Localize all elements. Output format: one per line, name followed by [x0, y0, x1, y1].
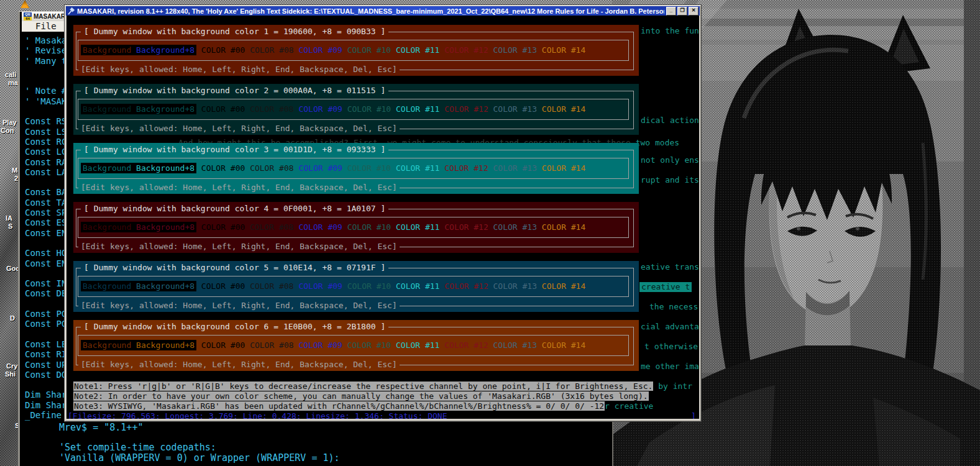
- palette-entry[interactable]: COLOR #13: [493, 340, 537, 350]
- palette-entry[interactable]: COLOR #12: [444, 45, 488, 55]
- palette-entry[interactable]: COLOR #14: [542, 281, 585, 291]
- status-bar: [Filesize: 796,563; Longest: 3,769; Line…: [68, 411, 447, 419]
- palette-entry[interactable]: COLOR #00: [201, 104, 245, 114]
- palette-entry[interactable]: COLOR #00: [201, 222, 245, 232]
- palette-entry[interactable]: COLOR #13: [493, 281, 537, 291]
- dummy-window-title: [ Dummy window with background color 6 =…: [81, 322, 388, 332]
- palette-entry[interactable]: COLOR #00: [201, 281, 245, 291]
- minimize-button[interactable]: _: [666, 7, 676, 16]
- masakari-titlebar[interactable]: MASAKARI, revision 8.1++ 128x40, The 'Ho…: [66, 6, 700, 16]
- palette-entry[interactable]: COLOR #00: [201, 163, 245, 173]
- desktop-icon-label[interactable]: S: [8, 222, 12, 230]
- desktop-icon-label[interactable]: Cry: [6, 362, 17, 370]
- palette-entry[interactable]: COLOR #14: [542, 163, 585, 173]
- desktop-icon-label[interactable]: ma: [8, 79, 18, 86]
- palette-entry[interactable]: COLOR #09: [298, 222, 342, 232]
- palette-entry[interactable]: COLOR #08: [250, 340, 293, 350]
- desktop-icon-label[interactable]: Play: [2, 119, 17, 126]
- menu-file[interactable]: File: [35, 21, 57, 31]
- menu-bar: File: [22, 21, 66, 32]
- palette-entry[interactable]: COLOR #08: [250, 104, 293, 114]
- palette-entry[interactable]: COLOR #11: [396, 104, 439, 114]
- palette-entry[interactable]: COLOR #13: [493, 222, 537, 232]
- palette-entry[interactable]: COLOR #09: [298, 104, 342, 114]
- palette-entry[interactable]: COLOR #00: [201, 45, 245, 55]
- background-chip[interactable]: Background Background+8: [81, 222, 196, 232]
- palette-entry[interactable]: COLOR #11: [396, 281, 439, 291]
- desktop-icon-label[interactable]: cali: [5, 71, 16, 78]
- palette-entry[interactable]: COLOR #13: [493, 104, 537, 114]
- desktop-icon-label[interactable]: D: [10, 314, 15, 322]
- background-chip[interactable]: Background Background+8: [81, 45, 196, 55]
- background-plus8-label: Background+8: [136, 104, 195, 114]
- note-row-3: Note3: WYSIWYG, 'Masakari.RGB' has been …: [73, 401, 653, 411]
- edit-keys-label: [Edit keys, allowed: Home, Left, Right, …: [78, 183, 400, 193]
- palette-entry[interactable]: COLOR #08: [250, 163, 293, 173]
- close-button[interactable]: ✕: [689, 7, 698, 16]
- edit-keys-label: [Edit keys, allowed: Home, Left, Right, …: [78, 301, 400, 311]
- palette-row[interactable]: Background Background+8 COLOR #00 COLOR …: [78, 335, 629, 356]
- reader-fragment: into the fun: [641, 26, 699, 36]
- palette-entry[interactable]: COLOR #09: [298, 281, 342, 291]
- dummy-window-2: [ Dummy window with background color 2 =…: [73, 84, 639, 135]
- palette-entry[interactable]: COLOR #08: [250, 281, 293, 291]
- note-text: Note2: In order to have your own color s…: [73, 391, 649, 401]
- palette-entry[interactable]: COLOR #10: [347, 163, 391, 173]
- background-text-highlight: two modes: [636, 138, 679, 147]
- palette-entry[interactable]: COLOR #10: [347, 340, 391, 350]
- background-chip[interactable]: Background Background+8: [81, 340, 196, 350]
- palette-entry[interactable]: COLOR #11: [396, 163, 439, 173]
- dummy-window-title: [ Dummy window with background color 3 =…: [81, 145, 388, 155]
- palette-entry[interactable]: COLOR #13: [493, 45, 537, 55]
- palette-row[interactable]: Background Background+8 COLOR #00 COLOR …: [78, 99, 629, 120]
- edit-keys-row: [Edit keys, allowed: Home, Left, Right, …: [73, 124, 639, 134]
- palette-entry[interactable]: COLOR #12: [444, 222, 488, 232]
- palette-row[interactable]: Background Background+8 COLOR #00 COLOR …: [78, 217, 629, 238]
- palette-entry[interactable]: COLOR #09: [298, 340, 342, 350]
- desktop-icon-label[interactable]: IA: [6, 214, 12, 222]
- palette-entry[interactable]: COLOR #14: [542, 222, 585, 232]
- palette-entry[interactable]: COLOR #12: [444, 340, 488, 350]
- palette-entry[interactable]: COLOR #12: [444, 104, 488, 114]
- palette-entry[interactable]: COLOR #10: [347, 104, 391, 114]
- palette-row[interactable]: Background Background+8 COLOR #00 COLOR …: [78, 158, 629, 179]
- palette-entry[interactable]: COLOR #12: [444, 281, 488, 291]
- reader-fragment: dical action: [641, 116, 699, 126]
- desktop-icon-label[interactable]: Con: [1, 127, 14, 134]
- desktop-icon-label[interactable]: Shi: [5, 370, 16, 378]
- background-chip[interactable]: Background Background+8: [81, 281, 196, 291]
- background-chip[interactable]: Background Background+8: [81, 104, 196, 114]
- reader-fragment: me other ima: [641, 362, 699, 372]
- palette-entry[interactable]: COLOR #08: [250, 222, 293, 232]
- restore-button[interactable]: ❐: [677, 7, 687, 16]
- edit-keys-row: [Edit keys, allowed: Home, Left, Right, …: [73, 360, 639, 370]
- background-label: Background: [83, 281, 131, 291]
- dummy-window-1: [ Dummy window with background color 1 =…: [73, 25, 639, 76]
- palette-entry[interactable]: COLOR #10: [347, 281, 391, 291]
- reader-fragment: eative trans: [641, 262, 699, 272]
- palette-entry[interactable]: COLOR #11: [396, 45, 439, 55]
- palette-entry[interactable]: COLOR #11: [396, 340, 439, 350]
- qb64-titlebar[interactable]: QB64 MASAKARI: [22, 12, 66, 21]
- note-text: Note3: WYSIWYG, 'Masakari.RGB' has been …: [73, 401, 605, 411]
- palette-entry[interactable]: COLOR #14: [542, 45, 585, 55]
- palette-entry[interactable]: COLOR #10: [347, 222, 391, 232]
- palette-entry[interactable]: COLOR #14: [542, 340, 585, 350]
- reader-fragment: t otherwise: [644, 342, 698, 352]
- palette-entry[interactable]: COLOR #10: [347, 45, 391, 55]
- terminal-content: And how might this be accomplished? Firs…: [66, 16, 699, 419]
- window-buttons: _❐✕: [666, 7, 698, 16]
- palette-entry[interactable]: COLOR #14: [542, 104, 585, 114]
- status-bar-bracket: ]: [691, 411, 696, 419]
- palette-entry[interactable]: COLOR #08: [250, 45, 293, 55]
- palette-entry[interactable]: COLOR #11: [396, 222, 439, 232]
- palette-entry[interactable]: COLOR #13: [493, 163, 537, 173]
- palette-entry[interactable]: COLOR #00: [201, 340, 245, 350]
- palette-entry[interactable]: COLOR #12: [444, 163, 488, 173]
- palette-row[interactable]: Background Background+8 COLOR #00 COLOR …: [78, 276, 629, 297]
- palette-entry[interactable]: COLOR #09: [298, 163, 342, 173]
- background-plus8-label: Background+8: [136, 340, 195, 350]
- background-chip[interactable]: Background Background+8: [81, 163, 196, 173]
- palette-entry[interactable]: COLOR #09: [298, 45, 342, 55]
- palette-row[interactable]: Background Background+8 COLOR #00 COLOR …: [78, 40, 629, 61]
